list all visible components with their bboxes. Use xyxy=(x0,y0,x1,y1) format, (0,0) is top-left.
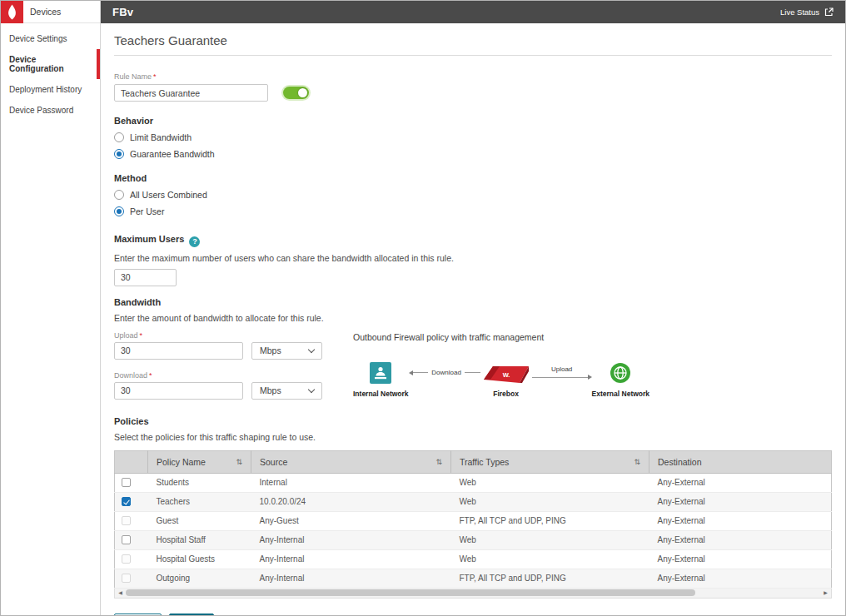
radio-label: Guarantee Bandwidth xyxy=(130,149,215,159)
radio-label: All Users Combined xyxy=(130,190,207,200)
column-header-source[interactable]: Source⇅ xyxy=(251,450,451,473)
radio-guarantee-bandwidth[interactable]: Guarantee Bandwidth xyxy=(114,149,215,159)
cell-policy-name: Hospital Guests xyxy=(148,549,251,569)
policy-checkbox[interactable] xyxy=(122,535,131,544)
sidebar-item-device-configuration[interactable]: Device Configuration xyxy=(1,49,100,79)
svg-text:W.: W. xyxy=(502,370,510,378)
behavior-heading: Behavior xyxy=(114,116,832,126)
app-window: Devices Device Settings Device Configura… xyxy=(0,0,846,616)
sort-icon[interactable]: ⇅ xyxy=(435,458,442,466)
cell-destination: Any-External xyxy=(649,549,832,569)
maximum-users-section: Maximum Users? Enter the maximum number … xyxy=(114,231,832,286)
cell-policy-name: Students xyxy=(148,473,251,492)
upload-input[interactable] xyxy=(114,342,243,360)
firebox-icon: W. xyxy=(482,362,530,384)
required-asterisk: * xyxy=(140,331,143,340)
help-icon[interactable]: ? xyxy=(189,236,200,247)
table-row-hospital-guests: Hospital Guests Any-Internal Web Any-Ext… xyxy=(115,549,832,569)
download-label: Download* xyxy=(114,371,353,380)
required-asterisk: * xyxy=(153,72,157,81)
bandwidth-fields: Upload* Mbps Download* xyxy=(114,331,353,400)
policy-checkbox[interactable] xyxy=(122,478,131,487)
back-button[interactable]: BACK xyxy=(114,614,162,616)
live-status-label: Live Status xyxy=(780,7,819,17)
main-area: FBv Live Status Teachers Guarantee Rule … xyxy=(101,1,845,615)
sidebar-item-device-password[interactable]: Device Password xyxy=(1,100,100,121)
radio-icon xyxy=(114,190,124,200)
upload-unit-select[interactable]: Mbps xyxy=(251,342,322,360)
column-header-destination: Destination xyxy=(649,450,832,473)
traffic-diagram: Outbound Firewall policy with traffic ma… xyxy=(353,331,649,400)
table-header-row: Policy Name⇅ Source⇅ Traffic Types⇅ Dest… xyxy=(115,450,832,473)
form-actions: BACK SAVE xyxy=(114,614,832,616)
policies-section: Policies Select the policies for this tr… xyxy=(114,416,832,599)
radio-label: Limit Bandwidth xyxy=(130,132,192,142)
upload-unit-value: Mbps xyxy=(260,345,281,355)
method-section: Method All Users Combined Per User xyxy=(114,173,832,216)
sidebar-item-device-settings[interactable]: Device Settings xyxy=(1,28,100,49)
rule-name-label: Rule Name* xyxy=(114,72,832,81)
radio-icon xyxy=(114,132,124,142)
download-input[interactable] xyxy=(114,382,243,400)
chevron-down-icon xyxy=(308,345,315,352)
required-asterisk: * xyxy=(149,371,152,380)
download-unit-value: Mbps xyxy=(260,385,281,395)
rule-name-input[interactable] xyxy=(114,84,268,102)
behavior-section: Behavior Limit Bandwidth Guarantee Bandw… xyxy=(114,116,832,159)
cell-policy-name: Teachers xyxy=(148,492,251,511)
radio-limit-bandwidth[interactable]: Limit Bandwidth xyxy=(114,132,192,142)
column-header-policy-name[interactable]: Policy Name⇅ xyxy=(148,450,251,473)
rule-enabled-toggle[interactable] xyxy=(283,87,309,99)
sidebar-item-deployment-history[interactable]: Deployment History xyxy=(1,79,100,100)
maximum-users-heading: Maximum Users xyxy=(114,234,184,244)
cell-source: Internal xyxy=(251,473,451,492)
chevron-down-icon xyxy=(308,385,315,392)
column-header-traffic-types[interactable]: Traffic Types⇅ xyxy=(451,450,649,473)
policy-checkbox[interactable] xyxy=(122,554,131,564)
sort-icon[interactable]: ⇅ xyxy=(634,458,640,466)
cell-destination: Any-External xyxy=(649,511,832,530)
live-status-link[interactable]: Live Status xyxy=(780,7,834,17)
cell-source: Any-Guest xyxy=(251,511,451,530)
cell-source: Any-Internal xyxy=(251,530,451,549)
radio-per-user[interactable]: Per User xyxy=(114,206,164,216)
save-button[interactable]: SAVE xyxy=(169,614,214,616)
maximum-users-description: Enter the maximum number of users who ca… xyxy=(114,253,832,263)
bandwidth-heading: Bandwidth xyxy=(114,297,832,307)
maximum-users-input[interactable] xyxy=(114,269,177,286)
upload-arrow-label: Upload xyxy=(551,365,572,373)
bandwidth-section: Bandwidth Enter the amount of bandwidth … xyxy=(114,297,832,400)
cell-source: Any-Internal xyxy=(251,569,451,588)
sort-icon[interactable]: ⇅ xyxy=(236,458,242,466)
external-network-icon xyxy=(610,362,631,384)
policy-checkbox[interactable] xyxy=(122,574,131,583)
scroll-left-button[interactable]: ◀ xyxy=(115,588,126,598)
internal-network-label: Internal Network xyxy=(353,390,409,398)
table-row-outgoing: Outgoing Any-Internal FTP, All TCP and U… xyxy=(115,569,832,588)
cell-destination: Any-External xyxy=(649,492,832,511)
sidebar-brand: Devices xyxy=(1,1,100,23)
radio-icon xyxy=(114,149,124,159)
upload-arrow: Upload xyxy=(532,362,592,384)
cell-traffic-types: Web xyxy=(451,492,649,511)
table-row-guest: Guest Any-Guest FTP, All TCP and UDP, PI… xyxy=(115,511,832,530)
internal-network-icon xyxy=(370,362,391,384)
policy-checkbox[interactable] xyxy=(122,516,131,525)
download-unit-select[interactable]: Mbps xyxy=(251,382,322,400)
cell-traffic-types: Web xyxy=(451,473,649,492)
upload-label: Upload* xyxy=(114,331,353,340)
scrollbar-thumb[interactable] xyxy=(126,589,695,596)
firebox-label: Firebox xyxy=(493,390,519,398)
cell-traffic-types: Web xyxy=(451,549,649,569)
table-horizontal-scrollbar[interactable]: ◀ ▶ xyxy=(114,589,832,599)
policy-checkbox[interactable] xyxy=(122,497,131,506)
download-arrow-label: Download xyxy=(428,369,465,376)
radio-label: Per User xyxy=(130,206,164,216)
scrollbar-track[interactable] xyxy=(126,589,820,598)
cell-policy-name: Hospital Staff xyxy=(148,530,251,549)
scroll-right-button[interactable]: ▶ xyxy=(820,588,831,598)
radio-all-users-combined[interactable]: All Users Combined xyxy=(114,190,207,200)
table-row-teachers: Teachers 10.0.20.0/24 Web Any-External xyxy=(115,492,832,511)
table-row-hospital-staff: Hospital Staff Any-Internal Web Any-Exte… xyxy=(115,530,832,549)
column-header-checkbox xyxy=(115,450,148,473)
